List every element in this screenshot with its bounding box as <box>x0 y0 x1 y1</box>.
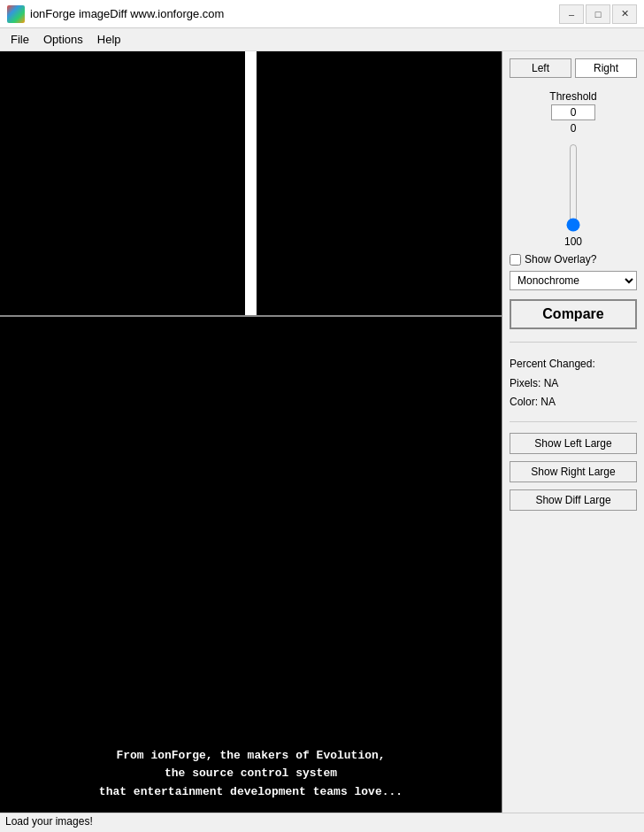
show-right-large-button[interactable]: Show Right Large <box>510 461 637 482</box>
slider-max-label: 100 <box>564 235 582 248</box>
caption-line1: From ionForge, the makers of Evolution, <box>7 747 494 766</box>
left-button[interactable]: Left <box>510 58 571 78</box>
right-image-panel <box>257 51 502 315</box>
app-title: ionForge imageDiff www.ionforge.com <box>30 7 224 20</box>
divider2 <box>510 421 637 422</box>
menu-options[interactable]: Options <box>36 31 90 48</box>
caption-line2: the source control system <box>7 765 494 783</box>
compare-button[interactable]: Compare <box>510 299 637 329</box>
show-diff-large-button[interactable]: Show Diff Large <box>510 489 637 511</box>
caption-overlay: From ionForge, the makers of Evolution, … <box>0 736 502 813</box>
lr-buttons: Left Right <box>510 58 637 78</box>
overlay-label: Show Overlay? <box>525 253 596 266</box>
show-left-large-button[interactable]: Show Left Large <box>510 433 637 454</box>
title-bar: ionForge imageDiff www.ionforge.com – □ … <box>0 0 644 28</box>
menu-file[interactable]: File <box>4 31 36 48</box>
app-icon <box>7 5 25 23</box>
top-images <box>0 51 502 317</box>
close-button[interactable]: ✕ <box>612 4 637 24</box>
mode-select[interactable]: Monochrome Color Side by Side <box>510 271 637 290</box>
status-text: Load your images! <box>5 815 93 828</box>
threshold-section: Threshold 0 <box>510 90 637 135</box>
menu-help[interactable]: Help <box>90 31 128 48</box>
overlay-row: Show Overlay? <box>510 253 637 266</box>
threshold-slider[interactable] <box>564 143 582 232</box>
diff-image-panel: From ionForge, the makers of Evolution, … <box>0 317 502 813</box>
slider-container: 100 <box>510 143 637 248</box>
menu-bar: File Options Help <box>0 28 644 51</box>
overlay-checkbox[interactable] <box>510 254 521 266</box>
stats-section: Percent Changed: Pixels: NA Color: NA <box>510 355 637 412</box>
main-content: From ionForge, the makers of Evolution, … <box>0 51 644 813</box>
slider-wrapper <box>564 143 582 232</box>
threshold-input[interactable] <box>551 104 595 120</box>
right-panel: Left Right Threshold 0 100 Show Overlay?… <box>502 51 644 813</box>
threshold-slider-value: 0 <box>571 122 577 135</box>
color-label: Color: NA <box>510 393 637 412</box>
percent-changed-label: Percent Changed: <box>510 355 637 374</box>
right-button[interactable]: Right <box>575 58 637 78</box>
minimize-button[interactable]: – <box>559 4 584 24</box>
image-divider <box>248 51 257 315</box>
maximize-button[interactable]: □ <box>586 4 610 24</box>
divider1 <box>510 342 637 343</box>
left-image-panel <box>0 51 248 315</box>
pixels-label: Pixels: NA <box>510 374 637 394</box>
caption-line3: that entertainment development teams lov… <box>7 783 494 802</box>
image-area: From ionForge, the makers of Evolution, … <box>0 51 502 813</box>
threshold-label: Threshold <box>549 90 596 103</box>
title-bar-controls: – □ ✕ <box>559 4 637 24</box>
status-bar: Load your images! <box>0 813 644 832</box>
title-bar-left: ionForge imageDiff www.ionforge.com <box>7 5 224 23</box>
